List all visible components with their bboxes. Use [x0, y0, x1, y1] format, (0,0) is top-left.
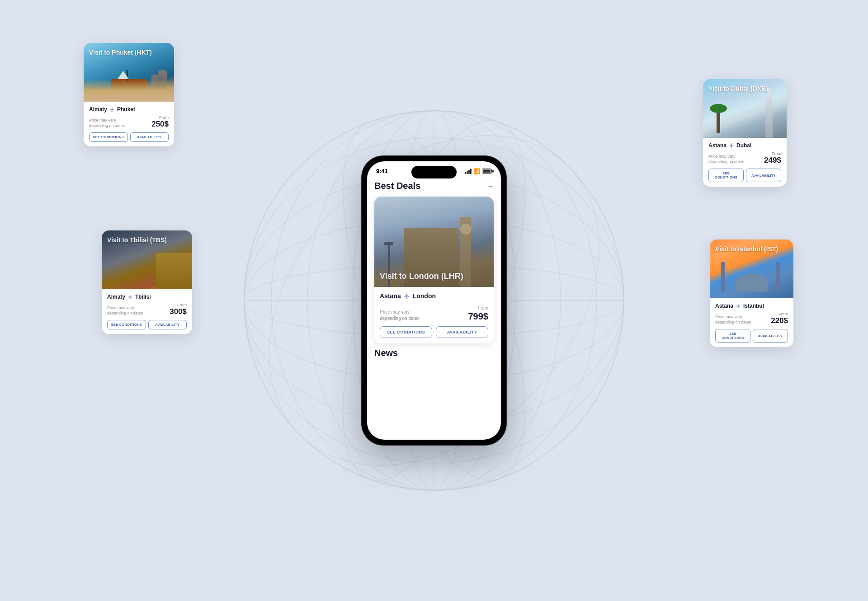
dubai-price-row: Price may vary depending on dates From 2…	[708, 151, 781, 165]
istanbul-to-city: Istanbul	[743, 303, 764, 309]
istanbul-price-value: 220$	[771, 316, 788, 325]
phuket-rock2	[151, 75, 158, 90]
istanbul-price-amount: From 220$	[771, 312, 788, 325]
minaret-right	[776, 262, 780, 291]
tbilisi-conditions-button[interactable]: SEE CONDITIONS	[107, 320, 146, 329]
london-deal-info: Astana London Price may vary depending o…	[374, 287, 494, 343]
status-icons: 📶	[465, 168, 492, 174]
phuket-price-row: Price may vary depending on dates From 2…	[89, 115, 169, 129]
istanbul-route: Astana Istanbul	[715, 303, 788, 309]
blue-mosque-dome	[736, 273, 768, 291]
istanbul-card: Visit to Istanbul (IST) Astana Istanbul …	[710, 239, 793, 347]
london-from-label: From	[478, 305, 488, 310]
phone-screen: 9:41 📶 Best Deals	[367, 161, 501, 440]
phuket-price-note: Price may vary depending on dates	[89, 117, 130, 129]
tbilisi-plane-icon	[127, 294, 133, 300]
london-deal-title: Visit to London (LHR)	[380, 272, 463, 282]
phuket-conditions-button[interactable]: SEE CONDITIONS	[89, 132, 128, 142]
phone-content: Best Deals → Visit to London (L	[367, 177, 501, 436]
dubai-conditions-button[interactable]: SEE CONDITIONS	[708, 169, 744, 182]
signal-icon	[465, 169, 472, 174]
london-route: Astana London	[380, 292, 488, 300]
wifi-icon: 📶	[473, 168, 480, 174]
istanbul-availability-button[interactable]: AVAILABILITY	[753, 329, 788, 343]
dynamic-island	[411, 166, 457, 178]
phuket-price-amount: From 250$	[151, 115, 169, 129]
phuket-card-body: Almaty Phuket Price may vary depending o…	[84, 102, 174, 146]
nav-arrows[interactable]: →	[476, 183, 494, 190]
istanbul-price-note: Price may vary depending on dates	[715, 314, 756, 325]
best-deals-header: Best Deals →	[374, 181, 494, 191]
tbilisi-availability-button[interactable]: AVAILABILITY	[148, 320, 187, 329]
phuket-availability-button[interactable]: AVAILABILITY	[130, 132, 169, 142]
dubai-route: Astana Dubai	[708, 142, 781, 149]
dubai-card-title: Visit to Dubai (DXB)	[708, 85, 768, 93]
tbilisi-card-title: Visit to Tbilisi (TBS)	[107, 236, 167, 244]
london-deal-image: Visit to London (LHR)	[374, 197, 494, 287]
istanbul-plane-icon	[736, 303, 741, 309]
london-from-city: Astana	[380, 292, 401, 300]
tbilisi-image: Visit to Tbilisi (TBS)	[102, 230, 192, 289]
tbilisi-castle	[156, 253, 192, 289]
burj-khalifa	[765, 88, 773, 138]
london-availability-button[interactable]: AVAILABILITY	[436, 326, 488, 338]
tbilisi-price-value: 300$	[170, 307, 187, 316]
istanbul-price-row: Price may vary depending on dates From 2…	[715, 312, 788, 325]
nav-arrow-right[interactable]: →	[487, 183, 494, 190]
london-to-city: London	[413, 292, 436, 300]
phuket-buttons: SEE CONDITIONS AVAILABILITY	[89, 132, 169, 142]
istanbul-card-title: Visit to Istanbul (IST)	[715, 245, 778, 253]
phuket-card-title: Visit to Phuket (HKT)	[89, 48, 152, 56]
news-title: News	[374, 348, 494, 358]
dubai-palm	[717, 106, 720, 133]
dubai-from-city: Astana	[708, 142, 726, 149]
minaret-left	[721, 262, 725, 291]
tbilisi-to-city: Tbilisi	[135, 294, 151, 300]
battery-icon	[482, 169, 492, 174]
tbilisi-card-body: Almaty Tbilisi Price may vary depending …	[102, 289, 192, 334]
istanbul-card-body: Astana Istanbul Price may vary depending…	[710, 298, 793, 347]
phuket-price-value: 250$	[151, 120, 169, 128]
istanbul-buttons: SEE CONDITIONS AVAILABILITY	[715, 329, 788, 343]
phuket-boat	[111, 79, 147, 93]
istanbul-from-city: Astana	[715, 303, 733, 309]
phuket-to-city: Phuket	[117, 106, 135, 113]
dubai-price-amount: From 249$	[764, 151, 781, 165]
plane-icon	[404, 293, 410, 299]
dubai-to-city: Dubai	[736, 142, 751, 149]
london-deal-card: Visit to London (LHR) Astana London Pric…	[374, 197, 494, 343]
tbilisi-price-note: Price may vary depending on dates	[107, 305, 148, 316]
istanbul-image: Visit to Istanbul (IST)	[710, 239, 793, 298]
tbilisi-price-row: Price may vary depending on dates From 3…	[107, 303, 187, 316]
london-price-row: Price may vary depending on dates From 7…	[380, 303, 488, 322]
dubai-plane-icon	[729, 143, 734, 148]
tbilisi-card: Visit to Tbilisi (TBS) Almaty Tbilisi Pr…	[102, 230, 192, 334]
phuket-from-label: From	[151, 115, 169, 120]
dubai-card: Visit to Dubai (DXB) Astana Dubai Price …	[703, 79, 787, 187]
phuket-card: Visit to Phuket (HKT) Almaty Phuket Pric…	[84, 43, 174, 146]
tbilisi-from-label: From	[170, 303, 187, 307]
status-time: 9:41	[376, 168, 388, 174]
tbilisi-buttons: SEE CONDITIONS AVAILABILITY	[107, 320, 187, 329]
london-action-buttons: SEE CONDITIONS AVAILABILITY	[380, 326, 488, 338]
dubai-image: Visit to Dubai (DXB)	[703, 79, 787, 138]
nav-line-left	[476, 186, 485, 187]
istanbul-conditions-button[interactable]: SEE CONDITIONS	[715, 329, 750, 343]
tbilisi-price-amount: From 300$	[170, 303, 187, 316]
dubai-availability-button[interactable]: AVAILABILITY	[746, 169, 781, 182]
tbilisi-from-city: Almaty	[107, 294, 125, 300]
dubai-from-label: From	[764, 151, 781, 156]
london-price-value: 799$	[468, 311, 489, 322]
phuket-route: Almaty Phuket	[89, 106, 169, 113]
dubai-buttons: SEE CONDITIONS AVAILABILITY	[708, 169, 781, 182]
phuket-rock	[158, 70, 167, 90]
istanbul-from-label: From	[771, 312, 788, 316]
london-conditions-button[interactable]: SEE CONDITIONS	[380, 326, 432, 338]
best-deals-title: Best Deals	[374, 181, 420, 191]
london-price-note: Price may vary depending on dates	[380, 309, 429, 322]
phone-mockup: 9:41 📶 Best Deals	[362, 156, 506, 445]
phone-frame: 9:41 📶 Best Deals	[362, 156, 506, 445]
dubai-price-value: 249$	[764, 156, 781, 164]
dubai-card-body: Astana Dubai Price may vary depending on…	[703, 138, 787, 187]
tbilisi-route: Almaty Tbilisi	[107, 294, 187, 300]
